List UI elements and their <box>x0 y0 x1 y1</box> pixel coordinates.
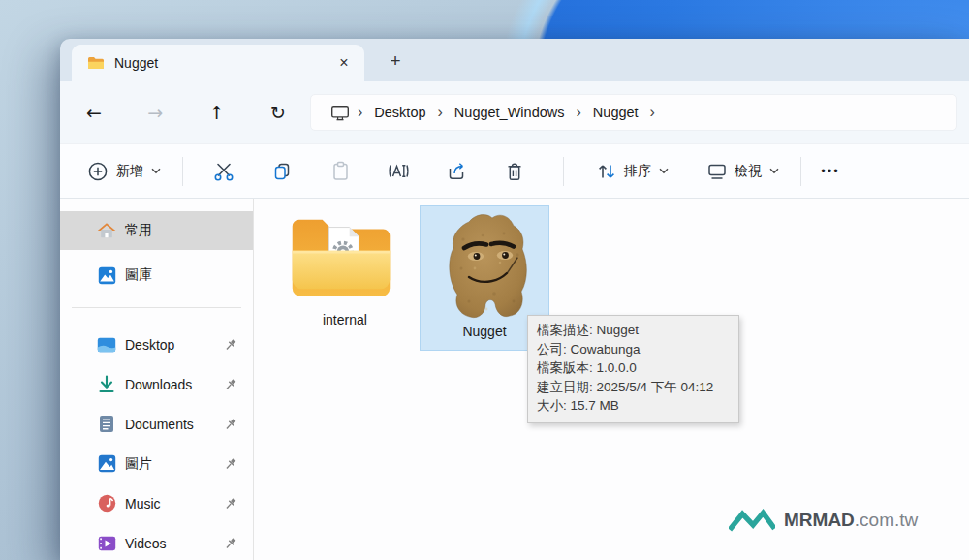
tooltip-file-description: 檔案描述: Nugget <box>537 321 730 340</box>
videos-icon <box>97 534 116 553</box>
tab-strip: Nugget × + <box>60 39 969 81</box>
sidebar-item-pictures[interactable]: 圖片 <box>60 444 253 483</box>
sidebar-item-label: 常用 <box>125 222 152 239</box>
sidebar-item-label: Documents <box>125 417 194 432</box>
paste-button[interactable] <box>319 152 361 191</box>
pin-icon <box>224 457 237 471</box>
new-tab-button[interactable]: + <box>382 47 409 75</box>
command-toolbar: 新增 <box>60 143 969 199</box>
tab-close-icon[interactable]: × <box>331 50 357 76</box>
chevron-down-icon <box>769 168 779 174</box>
rename-button[interactable] <box>377 152 420 191</box>
sidebar-item-videos[interactable]: Videos <box>60 523 253 560</box>
view-button-label: 檢視 <box>735 163 762 180</box>
sidebar-item-desktop[interactable]: Desktop <box>60 325 253 364</box>
gallery-icon <box>97 265 116 285</box>
sidebar-divider <box>72 307 241 308</box>
tab-nugget[interactable]: Nugget × <box>72 45 364 81</box>
view-button[interactable]: 檢視 <box>698 152 789 191</box>
up-icon[interactable]: ↑ <box>197 95 237 130</box>
delete-button[interactable] <box>493 152 536 191</box>
tooltip-size: 大小: 15.7 MB <box>537 396 730 416</box>
sidebar-item-label: 圖庫 <box>125 266 152 284</box>
sidebar-item-label: Desktop <box>125 337 174 353</box>
sidebar-item-label: Downloads <box>125 377 192 392</box>
nav-buttons: ← → ↑ ↻ <box>60 95 298 130</box>
pin-icon <box>224 497 237 511</box>
scissors-icon <box>213 162 234 181</box>
new-button[interactable]: 新增 <box>78 152 171 191</box>
sidebar-item-label: 圖片 <box>125 455 152 473</box>
copy-button[interactable] <box>261 152 303 191</box>
breadcrumb-nugget-windows[interactable]: Nugget_Windows <box>445 101 575 124</box>
toolbar-divider <box>800 157 801 186</box>
paste-icon <box>331 161 350 181</box>
address-bar[interactable]: › Desktop › Nugget_Windows › Nugget › <box>310 94 957 131</box>
new-button-label: 新增 <box>116 163 143 180</box>
folder-icon <box>87 56 105 70</box>
forward-icon[interactable]: → <box>135 95 175 130</box>
tooltip-date-created: 建立日期: 2025/5/4 下午 04:12 <box>537 378 730 397</box>
share-button[interactable] <box>435 152 478 191</box>
toolbar-divider <box>182 157 183 186</box>
downloads-icon <box>97 375 116 394</box>
mrmad-logo-icon <box>729 508 775 533</box>
sidebar-item-label: Music <box>125 496 161 512</box>
breadcrumb-nugget[interactable]: Nugget <box>583 101 648 124</box>
breadcrumb-separator: › <box>648 104 657 121</box>
file-list-area: _internal <box>254 199 969 560</box>
breadcrumb-desktop[interactable]: Desktop <box>364 101 435 124</box>
file-item-internal[interactable]: _internal <box>279 208 403 327</box>
sort-icon <box>597 162 616 181</box>
sidebar: 常用 圖庫 <box>60 199 254 560</box>
chevron-down-icon <box>151 168 161 174</box>
sort-button[interactable]: 排序 <box>587 152 678 191</box>
home-icon <box>97 221 116 240</box>
copy-icon <box>272 162 292 181</box>
music-icon <box>97 494 116 513</box>
cut-button[interactable] <box>203 152 245 191</box>
pin-icon <box>224 418 237 431</box>
sidebar-item-music[interactable]: Music <box>60 483 253 523</box>
breadcrumb-separator: › <box>436 104 445 121</box>
watermark-text: MRMAD.com.tw <box>784 510 918 531</box>
tab-title: Nugget <box>114 55 331 71</box>
sidebar-item-label: Videos <box>125 536 167 551</box>
back-icon[interactable]: ← <box>74 95 114 130</box>
pictures-icon <box>97 454 116 474</box>
watermark-suffix: .com.tw <box>855 510 918 530</box>
plus-circle-icon <box>87 161 109 182</box>
tooltip-company: 公司: Cowabunga <box>537 340 730 359</box>
pin-icon <box>224 537 237 550</box>
file-name: _internal <box>279 312 403 327</box>
sort-button-label: 排序 <box>624 163 651 180</box>
tooltip-file-version: 檔案版本: 1.0.0.0 <box>537 358 730 378</box>
watermark-brand: MRMAD <box>784 510 855 530</box>
rename-icon <box>388 162 410 180</box>
share-icon <box>446 162 467 181</box>
pin-icon <box>224 378 237 391</box>
folder-gear-icon <box>285 208 397 305</box>
sidebar-item-downloads[interactable]: Downloads <box>60 364 253 404</box>
pin-icon <box>224 338 237 352</box>
file-explorer-window: Nugget × + ← → ↑ ↻ › Desktop › Nugget_Wi… <box>60 39 969 560</box>
desktop-icon <box>97 335 116 355</box>
breadcrumb-separator: › <box>356 104 364 121</box>
more-options-button[interactable]: ••• <box>813 152 848 191</box>
view-icon <box>707 163 727 180</box>
refresh-icon[interactable]: ↻ <box>258 95 298 130</box>
sidebar-item-home[interactable]: 常用 <box>60 211 253 250</box>
file-info-tooltip: 檔案描述: Nugget 公司: Cowabunga 檔案版本: 1.0.0.0… <box>527 315 739 423</box>
main-area: 常用 圖庫 <box>60 199 969 560</box>
this-pc-icon[interactable] <box>319 105 356 121</box>
sidebar-item-documents[interactable]: Documents <box>60 404 253 444</box>
navigation-bar: ← → ↑ ↻ › Desktop › Nugget_Windows › Nug… <box>60 81 969 143</box>
breadcrumb-separator: › <box>575 104 583 121</box>
watermark: MRMAD.com.tw <box>729 508 918 533</box>
toolbar-divider <box>563 157 564 186</box>
trash-icon <box>506 162 523 181</box>
chevron-down-icon <box>659 168 669 174</box>
sidebar-item-gallery[interactable]: 圖庫 <box>60 256 253 295</box>
documents-icon <box>97 415 116 434</box>
nugget-app-icon <box>436 211 533 322</box>
